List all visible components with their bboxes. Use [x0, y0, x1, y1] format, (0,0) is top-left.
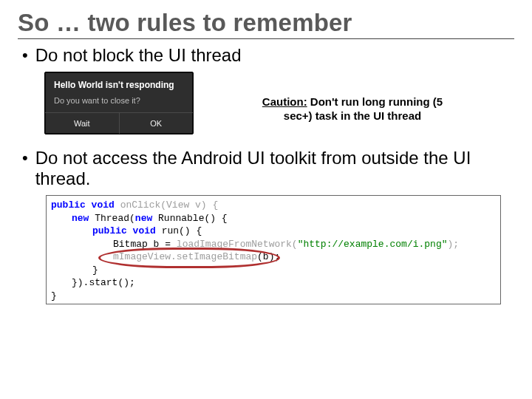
anr-dialog: Hello World isn't responding Do you want…	[44, 72, 194, 134]
caution-text: Caution: Don't run long running (5 sec+)…	[253, 95, 452, 123]
code-token: "http://example.com/i.png"	[298, 239, 448, 250]
code-token: Bitmap b =	[113, 239, 177, 250]
code-token: (b);	[257, 251, 280, 262]
code-token: onClick(View v) {	[115, 200, 218, 211]
ok-button[interactable]: OK	[120, 113, 194, 134]
code-token: }	[51, 290, 57, 301]
code-token: loadImageFromNetwork(	[177, 239, 298, 250]
code-token: new	[135, 213, 152, 224]
code-token: mImageView.setImageBitmap	[113, 251, 257, 262]
wait-button[interactable]: Wait	[45, 113, 119, 134]
bullet-icon: •	[22, 45, 28, 66]
code-token: }	[92, 265, 98, 276]
code-token: Runnable() {	[152, 213, 227, 224]
dialog-question: Do you want to close it?	[54, 96, 184, 105]
code-token: Thread(	[89, 213, 134, 224]
bullet-text: Do not access the Android UI toolkit fro…	[35, 148, 514, 189]
code-snippet: public void onClick(View v) { new Thread…	[46, 195, 501, 304]
code-token: run() {	[156, 225, 202, 236]
code-token: public void	[92, 225, 156, 236]
bullet-text: Do not block the UI thread	[35, 45, 242, 66]
caution-label: Caution:	[262, 95, 307, 108]
caution-body: Don't run long running (5 sec+) task in …	[284, 95, 443, 122]
bullet-item-1: • Do not block the UI thread	[22, 45, 514, 66]
title-divider	[18, 38, 514, 39]
code-token: );	[448, 239, 460, 250]
code-token: }).start();	[72, 277, 135, 288]
dialog-heading: Hello World isn't responding	[54, 80, 184, 90]
code-token: new	[72, 213, 89, 224]
bullet-icon: •	[22, 148, 28, 189]
code-token: public void	[51, 200, 115, 211]
bullet-item-2: • Do not access the Android UI toolkit f…	[22, 148, 514, 189]
slide-title: So … two rules to remember	[18, 9, 514, 37]
